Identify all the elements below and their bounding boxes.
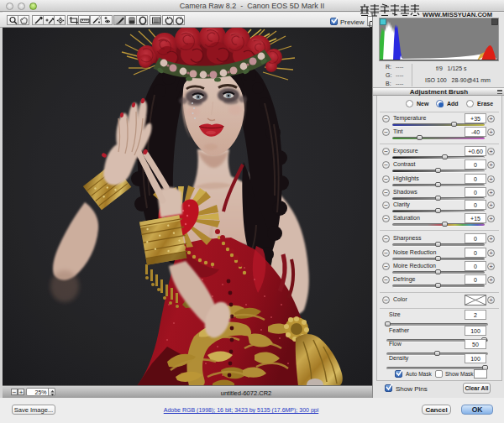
svg-text:WWW.MISSYUAN.COM: WWW.MISSYUAN.COM	[423, 11, 492, 18]
